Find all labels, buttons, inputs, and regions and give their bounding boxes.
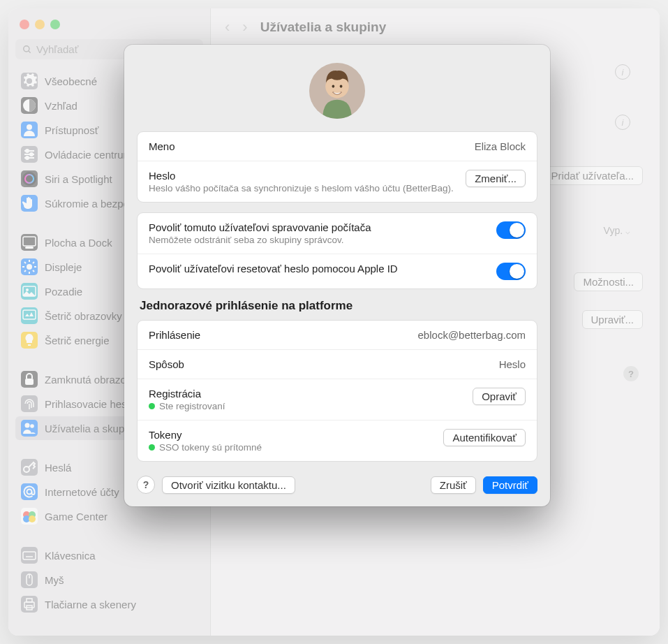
name-label: Meno [149,140,466,152]
open-contact-card-button[interactable]: Otvoriť vizitku kontaktu... [162,476,295,494]
method-label: Spôsob [149,358,491,370]
allow-admin-description: Nemôžete odstrániť seba zo skupiny správ… [149,235,488,245]
svg-point-45 [340,85,343,88]
svg-point-44 [332,85,335,88]
repair-button[interactable]: Opraviť [473,388,526,405]
registration-status: Ste registrovaní [149,401,464,411]
help-button[interactable]: ? [137,476,155,494]
sso-header: Jednorazové prihlásenie na platforme [140,299,535,313]
identity-panel: Meno Eliza Block Heslo Heslo vášho počít… [137,131,537,203]
status-dot-icon [149,444,155,451]
modal-footer: ? Otvoriť vizitku kontaktu... Zrušiť Pot… [137,471,537,494]
sso-panel: Prihlásenie eblock@betterbag.com Spôsob … [137,320,537,462]
tokens-status: SSO tokeny sú prítomné [149,442,435,453]
password-description: Heslo vášho počítača sa synchronizuje s … [149,183,457,193]
allow-reset-toggle[interactable] [496,263,526,280]
allow-admin-toggle[interactable] [496,221,526,239]
permissions-panel: Povoliť tomuto užívateľovi spravovanie p… [137,212,537,289]
name-value: Eliza Block [475,140,526,152]
authenticate-button[interactable]: Autentifikovať [443,429,526,446]
registration-label: Registrácia [149,388,464,400]
user-details-modal: Meno Eliza Block Heslo Heslo vášho počít… [124,45,550,506]
status-dot-icon [149,403,155,409]
method-value: Heslo [499,358,526,370]
change-password-button[interactable]: Zmeniť... [466,170,526,187]
allow-admin-label: Povoliť tomuto užívateľovi spravovanie p… [149,221,488,233]
password-label: Heslo [149,170,457,182]
confirm-button[interactable]: Potvrdiť [483,476,537,494]
user-avatar[interactable] [309,63,365,119]
cancel-button[interactable]: Zrušiť [431,476,476,494]
login-value: eblock@betterbag.com [418,329,526,341]
login-label: Prihlásenie [149,329,410,341]
allow-reset-label: Povoliť užívateľovi resetovať heslo pomo… [149,263,488,275]
tokens-label: Tokeny [149,429,435,441]
